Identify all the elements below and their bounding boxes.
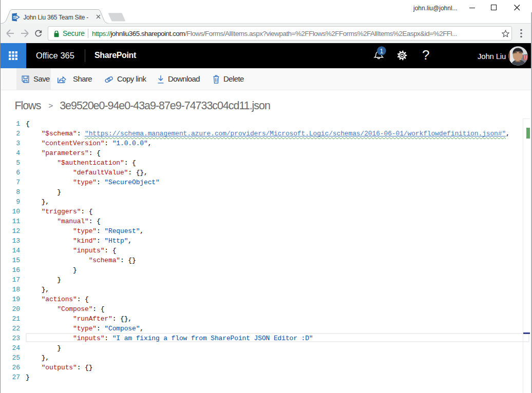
svg-text:1: 1 [380, 48, 384, 55]
svg-text:S: S [13, 14, 16, 20]
